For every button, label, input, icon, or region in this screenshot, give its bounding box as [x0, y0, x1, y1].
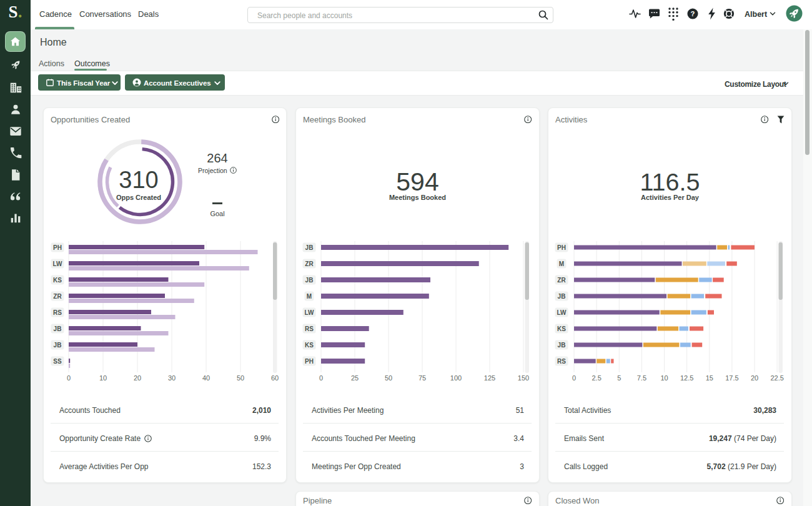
svg-text:ZR: ZR — [557, 277, 566, 284]
svg-text:PH: PH — [53, 244, 62, 251]
svg-text:JB: JB — [558, 293, 566, 300]
svg-text:PH: PH — [557, 244, 566, 251]
svg-text:10: 10 — [99, 374, 107, 382]
svg-text:20: 20 — [751, 374, 758, 382]
svg-text:12.5: 12.5 — [680, 374, 693, 382]
svg-text:SS: SS — [53, 358, 62, 365]
svg-text:60: 60 — [271, 374, 279, 382]
svg-text:RS: RS — [305, 325, 314, 332]
svg-text:75: 75 — [418, 374, 426, 382]
svg-text:150: 150 — [518, 374, 529, 382]
svg-text:JB: JB — [54, 325, 62, 332]
svg-text:5: 5 — [617, 374, 621, 382]
svg-text:LW: LW — [53, 260, 63, 267]
svg-text:0: 0 — [67, 374, 71, 382]
svg-text:JB: JB — [558, 342, 566, 349]
svg-text:125: 125 — [484, 374, 495, 382]
svg-text:50: 50 — [385, 374, 392, 382]
svg-text:RS: RS — [557, 358, 566, 365]
svg-text:JB: JB — [305, 244, 314, 251]
svg-text:LW: LW — [305, 309, 315, 316]
svg-text:KS: KS — [53, 277, 62, 284]
svg-text:20: 20 — [134, 374, 141, 382]
svg-text:50: 50 — [237, 374, 244, 382]
svg-text:2.5: 2.5 — [592, 374, 601, 382]
svg-text:17.5: 17.5 — [725, 374, 738, 382]
svg-text:40: 40 — [202, 374, 210, 382]
svg-text:ZR: ZR — [305, 260, 314, 267]
svg-text:ZR: ZR — [53, 293, 62, 300]
svg-text:LW: LW — [557, 309, 567, 316]
svg-text:JB: JB — [305, 277, 314, 284]
svg-text:22.5: 22.5 — [770, 374, 783, 382]
svg-text:15: 15 — [706, 374, 713, 382]
svg-text:100: 100 — [450, 374, 462, 382]
svg-text:KS: KS — [305, 342, 314, 349]
svg-text:30: 30 — [168, 374, 176, 382]
svg-text:0: 0 — [319, 374, 323, 382]
svg-text:M: M — [307, 293, 312, 300]
svg-text:0: 0 — [572, 374, 576, 382]
svg-text:25: 25 — [351, 374, 359, 382]
svg-text:7.5: 7.5 — [637, 374, 646, 382]
svg-text:PH: PH — [305, 358, 314, 365]
svg-text:JB: JB — [54, 342, 62, 349]
svg-text:KS: KS — [557, 325, 566, 332]
svg-text:M: M — [559, 260, 564, 267]
svg-text:RS: RS — [53, 309, 62, 316]
svg-text:10: 10 — [660, 374, 668, 382]
